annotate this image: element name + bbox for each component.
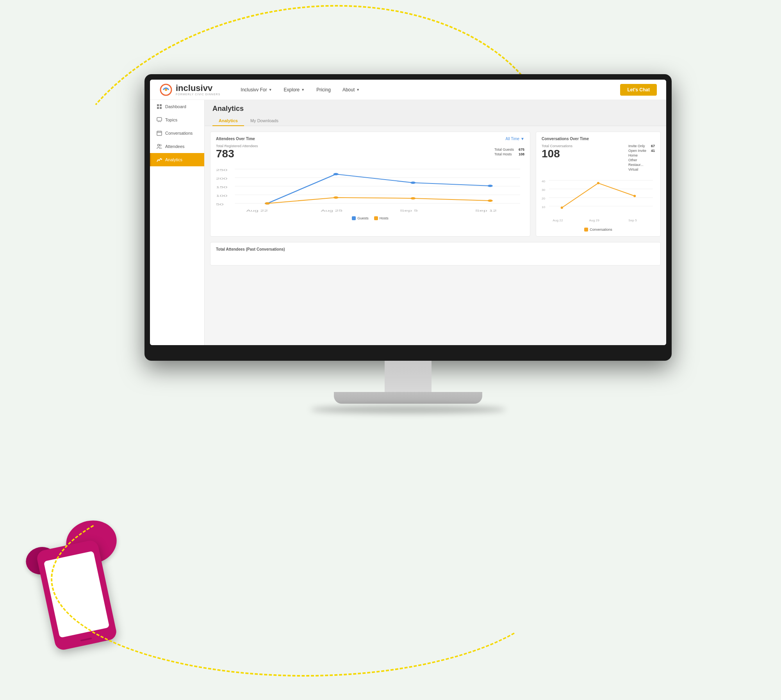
chart-icon	[157, 157, 162, 162]
svg-text:200: 200	[216, 177, 228, 180]
conversations-side-stats: Invite Only 67 Open Invite 41	[628, 144, 655, 171]
svg-text:20: 20	[542, 197, 546, 200]
total-registered-value: 783	[216, 148, 488, 160]
calendar-icon	[157, 130, 162, 136]
page-tabs: Analytics My Downloads	[212, 116, 658, 126]
svg-point-26	[333, 196, 339, 199]
svg-text:Sep 5: Sep 5	[400, 209, 418, 212]
svg-text:Aug 22: Aug 22	[553, 219, 563, 222]
monitor-bezel: inclusivv FORMERLY CIVIC DINNERS Inclusi…	[144, 74, 672, 361]
svg-point-1	[165, 89, 167, 91]
attendees-stats-row: Total Registered Attendees 783 Total Gue…	[216, 144, 524, 160]
sidebar-label-topics: Topics	[165, 118, 177, 122]
chevron-down-icon: ▼	[521, 137, 524, 141]
tab-my-downloads[interactable]: My Downloads	[244, 116, 285, 126]
sidebar-label-dashboard: Dashboard	[165, 104, 186, 109]
sidebar-item-dashboard[interactable]: Dashboard	[150, 100, 204, 113]
virtual-stat: Virtual	[628, 167, 655, 171]
tab-analytics[interactable]: Analytics	[212, 116, 244, 126]
legend-conversations: Conversations	[584, 228, 612, 232]
legend-conversations-color	[584, 228, 588, 232]
lets-chat-button[interactable]: Let's Chat	[620, 84, 657, 96]
sidebar: Dashboard Topics	[150, 100, 205, 345]
svg-point-23	[410, 182, 415, 184]
svg-text:30: 30	[542, 188, 546, 192]
page-title: Analytics	[212, 105, 658, 113]
svg-point-42	[597, 182, 599, 184]
app-layout: Dashboard Topics	[150, 100, 666, 345]
svg-rect-2	[157, 104, 159, 106]
site-logo: inclusivv FORMERLY CIVIC DINNERS	[159, 83, 220, 96]
chevron-down-icon: ▼	[356, 88, 360, 92]
analytics-charts-row: Attendees Over Time All Time ▼ Total Reg…	[210, 132, 661, 237]
restaurant-stat: Restaur...	[628, 163, 655, 167]
chat-icon	[157, 117, 162, 123]
nav-explore[interactable]: Explore ▼	[279, 85, 310, 95]
invite-only-stat: Invite Only 67	[628, 144, 655, 148]
conversations-chart-title: Conversations Over Time	[542, 137, 589, 141]
conversations-card-header: Conversations Over Time	[542, 137, 655, 141]
home-stat: Home	[628, 153, 655, 157]
logo-name: inclusivv	[176, 84, 220, 93]
nav-pricing[interactable]: Pricing	[312, 85, 335, 95]
svg-point-41	[561, 207, 563, 209]
logo-text: inclusivv FORMERLY CIVIC DINNERS	[176, 84, 220, 96]
dashed-arc-bottom	[51, 481, 558, 677]
conversations-total-stat: Total Conversations 108	[542, 144, 622, 171]
page-header: Analytics Analytics My Downloads	[205, 100, 666, 126]
svg-rect-6	[157, 118, 162, 121]
svg-point-24	[488, 185, 493, 187]
svg-point-27	[410, 197, 415, 199]
conversations-stats-row: Total Conversations 108 Invite Only 67	[542, 144, 655, 171]
attendees-legend: Guests Hosts	[216, 216, 524, 220]
time-filter-dropdown[interactable]: All Time ▼	[506, 137, 524, 141]
sidebar-label-conversations: Conversations	[165, 131, 193, 135]
svg-point-25	[265, 202, 270, 205]
sidebar-label-analytics: Analytics	[165, 157, 182, 162]
svg-rect-4	[157, 107, 159, 109]
sidebar-item-topics[interactable]: Topics	[150, 113, 204, 126]
sidebar-item-conversations[interactable]: Conversations	[150, 126, 204, 140]
phone-screen	[44, 551, 110, 638]
svg-point-43	[633, 195, 636, 197]
logo-icon	[159, 83, 173, 96]
svg-point-8	[158, 144, 160, 146]
svg-point-9	[160, 144, 161, 146]
attendees-over-time-card: Attendees Over Time All Time ▼ Total Reg…	[210, 132, 530, 237]
chevron-down-icon: ▼	[301, 88, 305, 92]
svg-text:Sep 12: Sep 12	[475, 209, 497, 212]
conversations-line-chart: 40 30 20 10	[542, 175, 655, 225]
attendees-line-chart: 250 200 150 100 50	[216, 163, 524, 214]
sidebar-item-attendees[interactable]: Attendees	[150, 140, 204, 153]
nav-inclusivv-for[interactable]: Inclusivv For ▼	[236, 85, 276, 95]
chevron-down-icon: ▼	[269, 88, 272, 92]
open-invite-stat: Open Invite 41	[628, 149, 655, 153]
svg-point-28	[488, 199, 493, 202]
svg-text:Sep 5: Sep 5	[628, 219, 637, 222]
svg-text:50: 50	[216, 203, 224, 206]
nav-links: Inclusivv For ▼ Explore ▼ Pricing About …	[236, 85, 620, 95]
site-nav: inclusivv FORMERLY CIVIC DINNERS Inclusi…	[150, 80, 666, 100]
legend-guests: Guests	[352, 216, 369, 220]
svg-text:Aug 29: Aug 29	[589, 219, 600, 222]
attendees-card-header: Attendees Over Time All Time ▼	[216, 137, 524, 141]
svg-rect-7	[157, 131, 162, 135]
svg-text:Aug 22: Aug 22	[246, 209, 268, 212]
monitor-wrapper: inclusivv FORMERLY CIVIC DINNERS Inclusi…	[125, 74, 691, 413]
svg-text:Aug 25: Aug 25	[321, 209, 342, 212]
nav-about[interactable]: About ▼	[338, 85, 364, 95]
monitor-stand-neck	[385, 361, 432, 392]
conversations-legend: Conversations	[542, 228, 655, 232]
legend-hosts: Hosts	[374, 216, 389, 220]
phone-illustration	[19, 512, 137, 654]
legend-guests-color	[352, 216, 356, 220]
content-area: Attendees Over Time All Time ▼ Total Reg…	[205, 126, 666, 271]
bottom-section-title: Total Attendees (Past Conversations)	[216, 247, 655, 251]
svg-text:40: 40	[542, 180, 546, 183]
sidebar-item-analytics[interactable]: Analytics	[150, 153, 204, 166]
grid-icon	[157, 104, 162, 109]
monitor-screen: inclusivv FORMERLY CIVIC DINNERS Inclusi…	[150, 80, 666, 345]
svg-text:10: 10	[542, 205, 546, 209]
svg-rect-5	[160, 107, 162, 109]
svg-text:250: 250	[216, 168, 228, 172]
